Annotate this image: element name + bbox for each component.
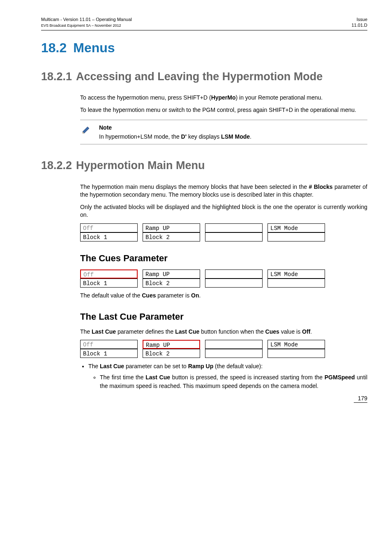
menu2-lsm-mode: LSM Mode: [267, 269, 325, 279]
text-bold: HyperMo: [211, 94, 236, 101]
text-bold: Cues: [265, 328, 279, 335]
menu3-empty-bot: [205, 349, 263, 358]
menu3-empty-top: [205, 340, 263, 349]
text-bold: Off: [302, 328, 310, 335]
text-fragment: ) in your Remote perational menu.: [236, 94, 323, 101]
subsection-1-number: 18.2.1: [41, 70, 72, 83]
menu3-empty4: [267, 349, 325, 358]
menu1-lsm-mode: LSM Mode: [267, 223, 325, 232]
menu2-block2: Block 2: [143, 279, 200, 288]
text-bold: Last Cue: [100, 363, 124, 369]
text-bold: PGMSpeed: [325, 374, 355, 381]
menu1-ramp-up: Ramp UP: [143, 223, 200, 232]
svg-marker-0: [83, 127, 89, 133]
text-bold: Last Cue: [92, 328, 116, 335]
page-header: Multicam - Version 11.01 – Operating Man…: [41, 16, 367, 28]
menu1-block1: Block 1: [80, 232, 138, 242]
section-heading: 18.2Menus: [41, 40, 367, 56]
text-fragment: The: [88, 363, 100, 369]
page-number: 179: [354, 395, 367, 403]
text-fragment: The: [80, 328, 92, 335]
subsection-2-number: 18.2.2: [41, 159, 72, 172]
menu2-ramp-up: Ramp UP: [143, 269, 200, 279]
subsection-heading-2: 18.2.2Hypermotion Main Menu: [41, 157, 367, 174]
menu2-empty-bot: [205, 279, 263, 288]
note-label: Note: [99, 124, 251, 131]
menu1-empty-top: [205, 223, 263, 232]
text-fragment: key displays: [187, 133, 221, 140]
text-bold: LSM Mode: [221, 133, 250, 140]
text-fragment: To access the hypermotion menu, press SH…: [80, 94, 211, 101]
menu3-off: Off: [80, 340, 138, 349]
note-body: In hypermotion+LSM mode, the D' key disp…: [99, 133, 251, 140]
sub2-paragraph-2: Only the activated blocks will be displa…: [80, 203, 367, 219]
section-number: 18.2: [41, 40, 67, 55]
menu3-ramp-up: Ramp UP: [143, 340, 200, 349]
bullet-list: The Last Cue parameter can be set to Ram…: [80, 362, 367, 390]
text-fragment: button is pressed, the speed is increase…: [170, 374, 325, 381]
header-left-line1: Multicam - Version 11.01 – Operating Man…: [41, 17, 132, 22]
menu-display-2: Off Block 1 Ramp UP Block 2 LSM Mode: [80, 269, 367, 288]
sub-bullet-list: The first time the Last Cue button is pr…: [88, 373, 367, 390]
menu-display-1: Off Block 1 Ramp UP Block 2 LSM Mode: [80, 223, 367, 242]
menu3-block2: Block 2: [143, 349, 200, 358]
text-fragment: The default value of the: [80, 292, 142, 299]
text-fragment: .: [199, 292, 201, 299]
text-fragment: value is: [279, 328, 302, 335]
text-fragment: parameter defines the: [116, 328, 175, 335]
menu3-block1: Block 1: [80, 349, 138, 358]
cues-paragraph: The default value of the Cues parameter …: [80, 292, 367, 300]
sub-bullet-item: The first time the Last Cue button is pr…: [100, 373, 367, 390]
menu1-empty4: [267, 232, 325, 242]
text-fragment: parameter can be set to: [124, 363, 188, 369]
menu1-off: Off: [80, 223, 138, 232]
text-bold: D': [181, 133, 187, 140]
sub2-paragraph-1: The hypermotion main menu displays the m…: [80, 183, 367, 199]
text-fragment: parameter is: [156, 292, 191, 299]
menu3-lsm-mode: LSM Mode: [267, 340, 325, 349]
text-fragment: The first time the: [100, 374, 145, 381]
header-left-line2: EVS Broadcast Equipment SA – November 20…: [41, 23, 121, 28]
text-fragment: The hypermotion main menu displays the m…: [80, 183, 309, 190]
text-bold: Last Cue: [175, 328, 199, 335]
last-cue-paragraph: The Last Cue parameter defines the Last …: [80, 328, 367, 336]
text-bold: Last Cue: [145, 374, 170, 381]
header-right-line2: 11.01.D: [351, 23, 367, 28]
menu2-off: Off: [80, 269, 138, 279]
menu1-block2: Block 2: [143, 232, 200, 242]
bullet-item: The Last Cue parameter can be set to Ram…: [88, 362, 367, 390]
menu-display-3: Off Block 1 Ramp UP Block 2 LSM Mode: [80, 340, 367, 358]
subsection-1-title: Accessing and Leaving the Hypermotion Mo…: [76, 70, 323, 83]
text-fragment: .: [310, 328, 312, 335]
cues-parameter-heading: The Cues Parameter: [80, 253, 367, 264]
menu2-block1: Block 1: [80, 279, 138, 288]
note-box: Note In hypermotion+LSM mode, the D' key…: [80, 120, 367, 144]
text-bold: Cues: [142, 292, 156, 299]
subsection-heading-1: 18.2.1Accessing and Leaving the Hypermot…: [41, 68, 367, 86]
text-fragment: (the default value):: [213, 363, 263, 369]
menu2-empty-top: [205, 269, 263, 279]
sub1-paragraph-1: To access the hypermotion menu, press SH…: [80, 94, 367, 102]
section-title-text: Menus: [73, 40, 115, 55]
header-divider: [41, 30, 367, 30]
text-bold: Ramp Up: [188, 363, 213, 369]
pencil-icon: [80, 124, 93, 136]
text-bold: On: [191, 292, 199, 299]
menu1-empty-bot: [205, 232, 263, 242]
sub1-paragraph-2: To leave the hypermotion menu or switch …: [80, 106, 367, 114]
subsection-2-title: Hypermotion Main Menu: [76, 159, 205, 172]
header-right-line1: Issue: [357, 17, 367, 22]
text-fragment: button function when the: [199, 328, 265, 335]
text-fragment: .: [250, 133, 251, 140]
menu2-empty4: [267, 279, 325, 288]
last-cue-parameter-heading: The Last Cue Parameter: [80, 311, 367, 322]
text-fragment: In hypermotion+LSM mode, the: [99, 133, 181, 140]
text-bold: # Blocks: [309, 183, 332, 190]
